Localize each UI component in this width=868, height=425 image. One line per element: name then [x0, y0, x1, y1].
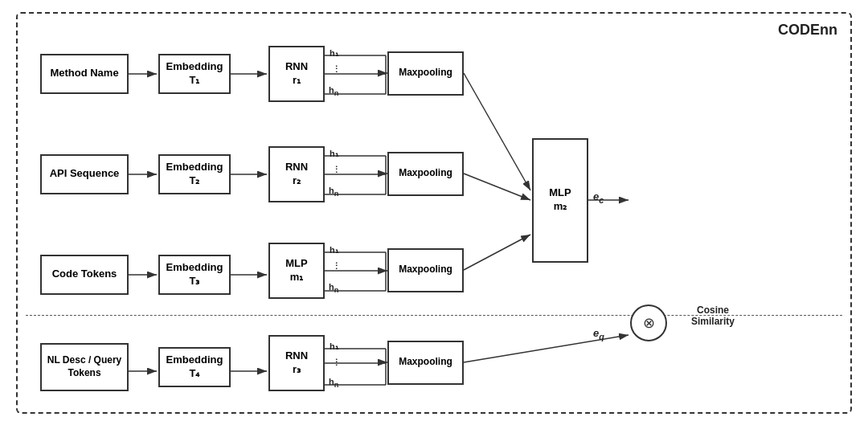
svg-line-16	[464, 174, 530, 200]
input-code-tokens: Code Tokens	[40, 255, 129, 295]
maxpooling-2: Maxpooling	[387, 152, 464, 196]
dots-label-row2: ⋮	[332, 165, 341, 175]
cosine-circle: ⊗	[630, 304, 667, 341]
embedding-t3: Embedding T₃	[158, 255, 231, 295]
svg-line-8	[464, 73, 530, 190]
eq-label: eq	[593, 327, 604, 341]
maxpooling-4: Maxpooling	[387, 341, 464, 385]
embedding-t4: Embedding T₄	[158, 347, 231, 387]
embedding-t1: Embedding T₁	[158, 54, 231, 94]
diagram-title: CODEnn	[778, 22, 837, 39]
rnn-r1: RNN r₁	[268, 46, 325, 102]
input-api-sequence: API Sequence	[40, 154, 129, 194]
svg-line-24	[464, 235, 530, 270]
dots-label-row4: ⋮	[332, 358, 341, 368]
hn-label-row3: hn	[329, 282, 338, 294]
embedding-t2: Embedding T₂	[158, 154, 231, 194]
mlp-m1: MLP m₁	[268, 243, 325, 299]
maxpooling-1: Maxpooling	[387, 51, 464, 96]
rnn-r2: RNN r₂	[268, 146, 325, 202]
mlp-m2: MLP m₂	[532, 138, 588, 263]
cosine-symbol: ⊗	[643, 314, 655, 332]
dots-label-row3: ⋮	[332, 261, 341, 272]
h1-label-row3: h₁	[330, 245, 338, 255]
dots-label-row1: ⋮	[332, 64, 341, 75]
input-nl-desc: NL Desc / Query Tokens	[40, 343, 129, 391]
ec-label: ec	[593, 190, 604, 205]
hn-label-row1: hn	[329, 85, 338, 97]
h1-label-row1: h₁	[330, 48, 338, 59]
rnn-r3: RNN r₃	[268, 335, 325, 391]
h1-label-row4: h₁	[330, 341, 338, 352]
input-method-name: Method Name	[40, 54, 129, 94]
hn-label-row2: hn	[329, 186, 338, 198]
maxpooling-3: Maxpooling	[387, 248, 464, 292]
diagram-container: CODEnn	[16, 12, 852, 414]
h1-label-row2: h₁	[330, 149, 338, 159]
cosine-similarity-label: CosineSimilarity	[677, 304, 749, 327]
hn-label-row4: hn	[329, 377, 338, 389]
